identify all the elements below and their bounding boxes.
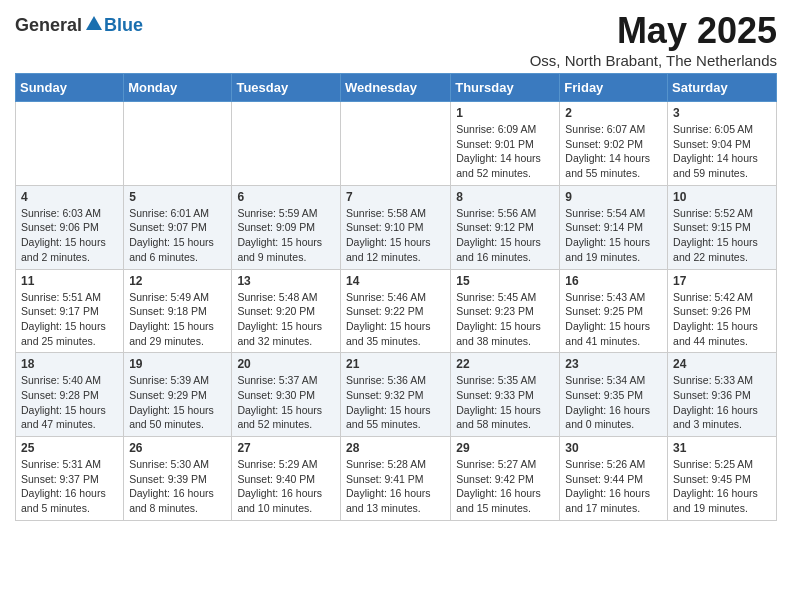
- calendar-cell: 17Sunrise: 5:42 AM Sunset: 9:26 PM Dayli…: [668, 269, 777, 353]
- svg-marker-0: [86, 16, 102, 30]
- month-title: May 2025: [530, 10, 777, 52]
- calendar-cell: 26Sunrise: 5:30 AM Sunset: 9:39 PM Dayli…: [124, 437, 232, 521]
- calendar-cell: 13Sunrise: 5:48 AM Sunset: 9:20 PM Dayli…: [232, 269, 341, 353]
- day-number: 8: [456, 190, 554, 204]
- calendar-cell: 30Sunrise: 5:26 AM Sunset: 9:44 PM Dayli…: [560, 437, 668, 521]
- day-info: Sunrise: 5:33 AM Sunset: 9:36 PM Dayligh…: [673, 373, 771, 432]
- day-number: 22: [456, 357, 554, 371]
- calendar-week-5: 25Sunrise: 5:31 AM Sunset: 9:37 PM Dayli…: [16, 437, 777, 521]
- day-number: 5: [129, 190, 226, 204]
- day-info: Sunrise: 5:39 AM Sunset: 9:29 PM Dayligh…: [129, 373, 226, 432]
- calendar-cell: 31Sunrise: 5:25 AM Sunset: 9:45 PM Dayli…: [668, 437, 777, 521]
- day-number: 17: [673, 274, 771, 288]
- day-number: 14: [346, 274, 445, 288]
- logo-blue: Blue: [104, 15, 143, 36]
- logo: General Blue: [15, 15, 143, 36]
- day-info: Sunrise: 5:51 AM Sunset: 9:17 PM Dayligh…: [21, 290, 118, 349]
- calendar-header-sunday: Sunday: [16, 74, 124, 102]
- day-number: 25: [21, 441, 118, 455]
- calendar-cell: 18Sunrise: 5:40 AM Sunset: 9:28 PM Dayli…: [16, 353, 124, 437]
- day-info: Sunrise: 5:31 AM Sunset: 9:37 PM Dayligh…: [21, 457, 118, 516]
- calendar-cell: 1Sunrise: 6:09 AM Sunset: 9:01 PM Daylig…: [451, 102, 560, 186]
- day-info: Sunrise: 5:26 AM Sunset: 9:44 PM Dayligh…: [565, 457, 662, 516]
- calendar-cell: 16Sunrise: 5:43 AM Sunset: 9:25 PM Dayli…: [560, 269, 668, 353]
- day-info: Sunrise: 5:36 AM Sunset: 9:32 PM Dayligh…: [346, 373, 445, 432]
- calendar-header-tuesday: Tuesday: [232, 74, 341, 102]
- calendar-header-row: SundayMondayTuesdayWednesdayThursdayFrid…: [16, 74, 777, 102]
- calendar-header-saturday: Saturday: [668, 74, 777, 102]
- calendar-cell: 20Sunrise: 5:37 AM Sunset: 9:30 PM Dayli…: [232, 353, 341, 437]
- calendar-cell: 15Sunrise: 5:45 AM Sunset: 9:23 PM Dayli…: [451, 269, 560, 353]
- calendar-cell: 27Sunrise: 5:29 AM Sunset: 9:40 PM Dayli…: [232, 437, 341, 521]
- calendar-cell: 10Sunrise: 5:52 AM Sunset: 9:15 PM Dayli…: [668, 185, 777, 269]
- calendar-cell: [232, 102, 341, 186]
- calendar-cell: 2Sunrise: 6:07 AM Sunset: 9:02 PM Daylig…: [560, 102, 668, 186]
- calendar-week-2: 4Sunrise: 6:03 AM Sunset: 9:06 PM Daylig…: [16, 185, 777, 269]
- calendar-week-4: 18Sunrise: 5:40 AM Sunset: 9:28 PM Dayli…: [16, 353, 777, 437]
- calendar-header-monday: Monday: [124, 74, 232, 102]
- day-number: 16: [565, 274, 662, 288]
- day-number: 6: [237, 190, 335, 204]
- day-number: 27: [237, 441, 335, 455]
- calendar-cell: 25Sunrise: 5:31 AM Sunset: 9:37 PM Dayli…: [16, 437, 124, 521]
- day-number: 28: [346, 441, 445, 455]
- day-info: Sunrise: 5:46 AM Sunset: 9:22 PM Dayligh…: [346, 290, 445, 349]
- calendar-cell: 12Sunrise: 5:49 AM Sunset: 9:18 PM Dayli…: [124, 269, 232, 353]
- day-number: 31: [673, 441, 771, 455]
- calendar-cell: [340, 102, 450, 186]
- page-header: General Blue May 2025 Oss, North Brabant…: [15, 10, 777, 69]
- day-number: 21: [346, 357, 445, 371]
- day-number: 15: [456, 274, 554, 288]
- day-number: 4: [21, 190, 118, 204]
- day-number: 18: [21, 357, 118, 371]
- day-number: 13: [237, 274, 335, 288]
- day-info: Sunrise: 5:45 AM Sunset: 9:23 PM Dayligh…: [456, 290, 554, 349]
- calendar-cell: 11Sunrise: 5:51 AM Sunset: 9:17 PM Dayli…: [16, 269, 124, 353]
- day-info: Sunrise: 6:09 AM Sunset: 9:01 PM Dayligh…: [456, 122, 554, 181]
- day-number: 19: [129, 357, 226, 371]
- day-number: 24: [673, 357, 771, 371]
- day-info: Sunrise: 5:28 AM Sunset: 9:41 PM Dayligh…: [346, 457, 445, 516]
- calendar-header-thursday: Thursday: [451, 74, 560, 102]
- day-info: Sunrise: 5:43 AM Sunset: 9:25 PM Dayligh…: [565, 290, 662, 349]
- calendar-cell: 28Sunrise: 5:28 AM Sunset: 9:41 PM Dayli…: [340, 437, 450, 521]
- calendar-cell: 7Sunrise: 5:58 AM Sunset: 9:10 PM Daylig…: [340, 185, 450, 269]
- day-number: 26: [129, 441, 226, 455]
- day-info: Sunrise: 5:30 AM Sunset: 9:39 PM Dayligh…: [129, 457, 226, 516]
- day-info: Sunrise: 5:37 AM Sunset: 9:30 PM Dayligh…: [237, 373, 335, 432]
- day-info: Sunrise: 6:07 AM Sunset: 9:02 PM Dayligh…: [565, 122, 662, 181]
- day-info: Sunrise: 5:42 AM Sunset: 9:26 PM Dayligh…: [673, 290, 771, 349]
- calendar-cell: [16, 102, 124, 186]
- day-info: Sunrise: 6:01 AM Sunset: 9:07 PM Dayligh…: [129, 206, 226, 265]
- logo-icon: [84, 14, 104, 34]
- calendar-week-1: 1Sunrise: 6:09 AM Sunset: 9:01 PM Daylig…: [16, 102, 777, 186]
- day-info: Sunrise: 6:05 AM Sunset: 9:04 PM Dayligh…: [673, 122, 771, 181]
- day-info: Sunrise: 5:27 AM Sunset: 9:42 PM Dayligh…: [456, 457, 554, 516]
- calendar-cell: 29Sunrise: 5:27 AM Sunset: 9:42 PM Dayli…: [451, 437, 560, 521]
- calendar-cell: [124, 102, 232, 186]
- calendar-week-3: 11Sunrise: 5:51 AM Sunset: 9:17 PM Dayli…: [16, 269, 777, 353]
- day-number: 23: [565, 357, 662, 371]
- day-info: Sunrise: 6:03 AM Sunset: 9:06 PM Dayligh…: [21, 206, 118, 265]
- day-info: Sunrise: 5:48 AM Sunset: 9:20 PM Dayligh…: [237, 290, 335, 349]
- calendar-header-wednesday: Wednesday: [340, 74, 450, 102]
- day-number: 3: [673, 106, 771, 120]
- calendar-cell: 9Sunrise: 5:54 AM Sunset: 9:14 PM Daylig…: [560, 185, 668, 269]
- day-info: Sunrise: 5:49 AM Sunset: 9:18 PM Dayligh…: [129, 290, 226, 349]
- day-number: 29: [456, 441, 554, 455]
- day-number: 2: [565, 106, 662, 120]
- day-number: 20: [237, 357, 335, 371]
- day-info: Sunrise: 5:40 AM Sunset: 9:28 PM Dayligh…: [21, 373, 118, 432]
- calendar-cell: 21Sunrise: 5:36 AM Sunset: 9:32 PM Dayli…: [340, 353, 450, 437]
- calendar-cell: 23Sunrise: 5:34 AM Sunset: 9:35 PM Dayli…: [560, 353, 668, 437]
- day-info: Sunrise: 5:34 AM Sunset: 9:35 PM Dayligh…: [565, 373, 662, 432]
- day-number: 30: [565, 441, 662, 455]
- calendar-cell: 14Sunrise: 5:46 AM Sunset: 9:22 PM Dayli…: [340, 269, 450, 353]
- day-number: 11: [21, 274, 118, 288]
- day-number: 12: [129, 274, 226, 288]
- day-info: Sunrise: 5:58 AM Sunset: 9:10 PM Dayligh…: [346, 206, 445, 265]
- day-info: Sunrise: 5:29 AM Sunset: 9:40 PM Dayligh…: [237, 457, 335, 516]
- day-number: 1: [456, 106, 554, 120]
- logo-general: General: [15, 15, 82, 36]
- calendar-header-friday: Friday: [560, 74, 668, 102]
